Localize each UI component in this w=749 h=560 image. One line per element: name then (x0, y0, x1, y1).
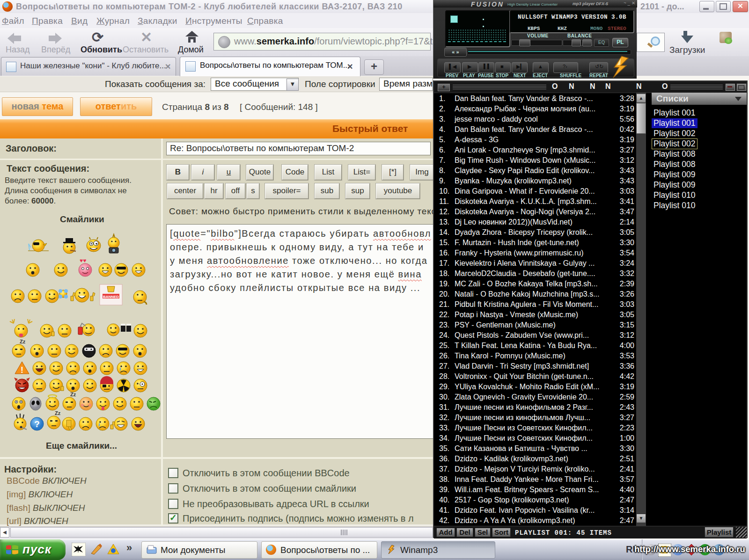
svg-text:!: ! (21, 365, 23, 375)
svg-text:BANNED: BANNED (103, 295, 119, 299)
svg-text:♥♥: ♥♥ (80, 257, 86, 264)
svg-text:Zz: Zz (20, 339, 26, 344)
svg-text:?: ? (34, 419, 40, 429)
svg-text:Zz: Zz (55, 410, 61, 416)
svg-text:Zz: Zz (70, 392, 76, 397)
